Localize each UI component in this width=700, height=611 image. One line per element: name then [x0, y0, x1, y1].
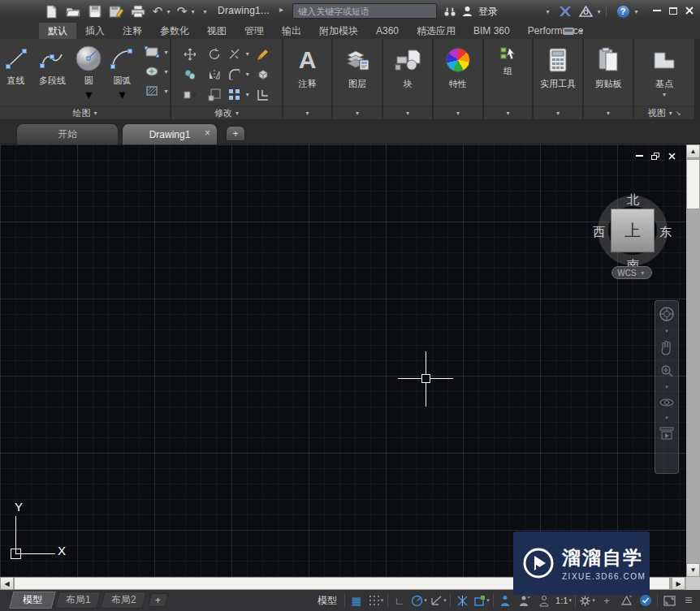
scroll-down-button[interactable]: ▼	[686, 563, 700, 577]
redo-dropdown-icon[interactable]: ▾	[189, 2, 197, 20]
groups-panel-expander[interactable]: ▾	[484, 105, 532, 119]
explode-button[interactable]	[251, 64, 275, 84]
polar-tracking-toggle[interactable]: ▾	[409, 592, 429, 609]
navigation-wheel-icon[interactable]	[659, 306, 675, 322]
maximize-button[interactable]	[666, 4, 680, 17]
qat-customize-icon[interactable]: ▾	[201, 2, 209, 20]
customization-menu-button[interactable]: ≡	[679, 592, 698, 609]
move-button[interactable]	[178, 44, 202, 64]
save-as-icon[interactable]	[106, 2, 126, 20]
utilities-panel-expander[interactable]: ▾	[534, 105, 582, 119]
ellipse-button[interactable]: ▾	[143, 63, 170, 80]
search-binoculars-icon[interactable]	[442, 2, 458, 20]
hatch-button[interactable]: ▾	[143, 83, 170, 99]
array-button[interactable]: ▾	[227, 84, 251, 105]
plot-icon[interactable]	[128, 2, 148, 20]
signin-user-icon[interactable]	[460, 2, 474, 20]
tab-home[interactable]: 默认	[39, 23, 76, 39]
arc-button[interactable]: 圆弧 ▾	[106, 42, 138, 102]
snap-mode-toggle[interactable]: ▾	[366, 592, 386, 609]
undo-dropdown-icon[interactable]: ▾	[165, 2, 172, 20]
view-panel-launcher-icon[interactable]: ↘	[676, 110, 681, 117]
isodraft-toggle[interactable]: ▾	[429, 592, 448, 609]
orbit-icon[interactable]	[659, 396, 675, 409]
arc-split-chevron-icon[interactable]: ▾	[119, 87, 125, 102]
zoom-extents-icon[interactable]	[659, 364, 674, 378]
clipboard-panel-expander[interactable]: ▾	[584, 105, 633, 119]
group-button[interactable]: 组	[484, 42, 532, 105]
tab-a360[interactable]: A360	[367, 23, 408, 39]
rectangle-button[interactable]: ▾	[143, 44, 170, 60]
mirror-button[interactable]	[202, 64, 227, 84]
fillet-button[interactable]: ▾	[227, 64, 251, 84]
basepoint-button[interactable]: 基点 ▾	[634, 42, 694, 105]
navigation-bar[interactable]: ▾ ▾ ▾	[655, 300, 679, 474]
help-dropdown-icon[interactable]: ▾	[633, 2, 640, 20]
tab-addins[interactable]: 附加模块	[310, 23, 367, 39]
signin-label[interactable]: 登录	[476, 2, 500, 20]
circle-button[interactable]: 圆 ▾	[73, 42, 105, 102]
pan-hand-icon[interactable]	[659, 340, 674, 356]
clean-screen-button[interactable]	[659, 592, 679, 609]
draw-panel-title[interactable]: 绘图▾	[0, 105, 170, 119]
title-expand-icon[interactable]: ▸	[279, 5, 283, 14]
ortho-mode-toggle[interactable]: ∟	[390, 592, 409, 609]
app-store-dropdown-icon[interactable]: ▾	[595, 2, 603, 20]
help-icon[interactable]: ?	[616, 2, 630, 20]
viewcube-west-label[interactable]: 西	[593, 225, 605, 240]
file-tab-drawing1[interactable]: Drawing1 ×	[122, 123, 218, 144]
viewcube[interactable]: 北 西 东 南 上	[594, 166, 673, 282]
file-tab-start[interactable]: 开始	[16, 123, 119, 144]
signin-dropdown-icon[interactable]: ▾	[544, 2, 551, 20]
annotate-panel-expander[interactable]: ▾	[283, 105, 331, 119]
layers-button[interactable]: 图层	[333, 42, 382, 105]
grid-display-toggle[interactable]: ▦	[347, 592, 366, 609]
layout-tab-model[interactable]: 模型	[9, 592, 55, 609]
tab-parametric[interactable]: 参数化	[151, 23, 198, 39]
close-button[interactable]	[682, 4, 696, 17]
object-snap-toggle[interactable]: ▾	[472, 592, 491, 609]
block-panel-expander[interactable]: ▾	[383, 105, 432, 119]
scroll-right-button[interactable]: ▶	[672, 577, 685, 590]
clipboard-button[interactable]: 剪贴板	[584, 42, 633, 105]
erase-button[interactable]	[251, 44, 275, 64]
minimize-button[interactable]	[650, 4, 663, 17]
modify-panel-title[interactable]: 修改▾	[171, 105, 282, 119]
redo-icon[interactable]: ↷	[175, 2, 188, 20]
tab-annotate[interactable]: 注释	[114, 23, 151, 39]
annotation-visibility-toggle[interactable]	[495, 592, 515, 609]
drawing-minimize-button[interactable]	[632, 150, 646, 161]
tab-bim360[interactable]: BIM 360	[465, 23, 519, 39]
show-motion-icon[interactable]	[659, 427, 674, 440]
scroll-up-button[interactable]: ▲	[686, 144, 700, 158]
layout-tab-layout2[interactable]: 布局2	[100, 592, 146, 609]
annotate-button[interactable]: A 注释	[283, 42, 331, 105]
polyline-button[interactable]: 多段线	[33, 42, 71, 87]
tab-output[interactable]: 输出	[273, 23, 310, 39]
copy-button[interactable]	[178, 64, 202, 84]
undo-icon[interactable]: ↶	[151, 2, 164, 20]
tab-manage[interactable]: 管理	[235, 23, 273, 39]
file-tab-close-icon[interactable]: ×	[205, 128, 210, 138]
drawing-canvas[interactable]: 北 西 东 南 上 WCS ▾ ▾ ▾ ▾ Y X	[0, 144, 686, 577]
trim-button[interactable]: ▾	[227, 44, 251, 64]
wcs-button[interactable]: WCS ▾	[611, 266, 652, 279]
circle-split-chevron-icon[interactable]: ▾	[85, 87, 92, 102]
scroll-left-button[interactable]: ◀	[0, 577, 14, 590]
tab-featured-apps[interactable]: 精选应用	[408, 23, 465, 39]
model-space-toggle[interactable]: 模型	[312, 592, 343, 609]
basepoint-chevron-icon[interactable]: ▾	[663, 91, 666, 98]
ribbon-display-toggle[interactable]: ▾	[562, 25, 590, 37]
scale-button[interactable]	[202, 84, 227, 105]
line-button[interactable]: 直线	[0, 42, 32, 87]
block-button[interactable]: 块	[383, 42, 432, 105]
new-file-icon[interactable]	[42, 2, 60, 20]
utilities-button[interactable]: 实用工具	[534, 42, 582, 105]
drawing-restore-button[interactable]	[648, 150, 663, 161]
app-store-icon[interactable]	[577, 2, 594, 20]
open-folder-icon[interactable]	[63, 2, 83, 20]
rotate-button[interactable]	[202, 44, 227, 64]
tab-insert[interactable]: 插入	[76, 23, 114, 39]
tab-view[interactable]: 视图	[198, 23, 235, 39]
autodesk-exchange-icon[interactable]	[555, 2, 573, 20]
